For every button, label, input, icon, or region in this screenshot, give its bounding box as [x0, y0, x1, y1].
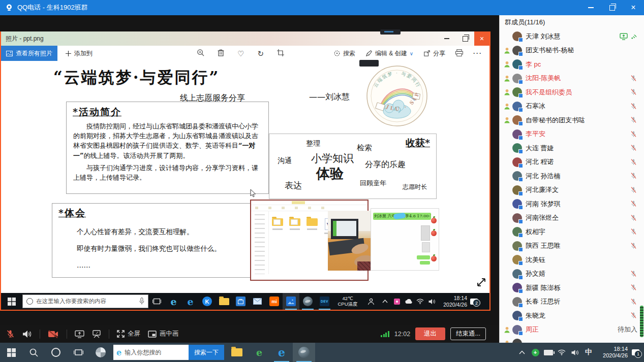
member-row[interactable]: 河北廉泽文 [500, 183, 644, 198]
taskbar-search-input[interactable]: 在这里输入你要搜索的内容 [22, 294, 148, 308]
member-row[interactable]: 石寒冰 [500, 100, 644, 114]
add-to-button[interactable]: 添加到 [66, 49, 93, 58]
pinwheel-app-icon[interactable] [89, 343, 112, 362]
speaker-icon[interactable] [426, 293, 438, 310]
chevron-up-icon[interactable] [379, 293, 391, 310]
start-button[interactable] [1, 293, 22, 310]
search-now-button[interactable]: 搜索一下 [189, 345, 224, 360]
battery-icon[interactable] [542, 343, 555, 362]
member-row[interactable]: 孙文婧 [500, 267, 644, 281]
wifi-icon[interactable] [556, 343, 568, 362]
file-explorer-icon[interactable] [216, 293, 232, 310]
action-center-icon[interactable]: 2 [467, 293, 480, 310]
member-row[interactable]: 沈美钰 [500, 253, 644, 267]
cpu-temp-widget[interactable]: 42℃CPU温度 [333, 296, 362, 307]
dev-app-icon[interactable]: DEV [316, 293, 333, 310]
antivirus-tray-icon[interactable]: + [529, 343, 541, 362]
mic-icon[interactable] [139, 298, 144, 306]
rotate-icon[interactable]: ↻ [257, 50, 264, 57]
member-row[interactable]: 团支书秘书-杨秘 [500, 44, 644, 58]
speaker-button[interactable] [22, 330, 32, 338]
mic-muted-button[interactable] [6, 330, 15, 338]
photos-app-icon[interactable] [283, 293, 299, 310]
search-button[interactable]: 搜索 [333, 49, 355, 58]
scrollbar-thumb[interactable] [640, 306, 643, 337]
member-row[interactable]: 河北 孙浩楠 [500, 169, 644, 183]
zoom-icon[interactable] [197, 49, 204, 58]
start-button[interactable] [0, 343, 22, 362]
member-row[interactable]: 河南 张梦琪 [500, 197, 644, 211]
qq-app-icon[interactable] [299, 293, 316, 310]
store-icon[interactable] [232, 293, 249, 310]
search-icon[interactable] [22, 343, 45, 362]
share-button[interactable]: 分享 [423, 49, 445, 58]
task-view-icon[interactable] [67, 343, 89, 362]
pip-button[interactable]: 画中画 [148, 330, 179, 338]
expand-view-button[interactable] [474, 275, 488, 289]
system-clock[interactable]: 18:142020/4/26 [596, 346, 628, 359]
member-row[interactable]: 长春 汪思圻 [500, 295, 644, 309]
tray-app-icon[interactable] [391, 293, 403, 310]
crop-icon[interactable] [277, 49, 284, 58]
k-app-icon[interactable]: K [199, 293, 216, 310]
qq-app-icon[interactable] [293, 343, 315, 362]
photos-close-button[interactable]: × [474, 31, 489, 46]
member-row[interactable]: 李平安 [500, 127, 644, 142]
onedrive-icon[interactable] [403, 293, 414, 310]
member-row[interactable]: 李 pc [500, 57, 644, 72]
wifi-icon[interactable] [414, 293, 426, 310]
member-row[interactable]: 河北 程诺 [500, 155, 644, 170]
edit-create-button[interactable]: 编辑 & 创建 ∨ [365, 49, 413, 58]
mi-icon[interactable]: mi [266, 293, 283, 310]
browser-search-widget[interactable]: e 输入你想搜的 搜索一下 [113, 345, 224, 360]
shared-clock[interactable]: 18:142020/4/26 [438, 295, 467, 308]
task-view-icon[interactable] [148, 293, 165, 310]
member-row[interactable]: 新疆 陈澎栎 [500, 281, 644, 295]
restore-button[interactable] [601, 0, 623, 15]
member-row[interactable]: 大连 曹婕 [500, 141, 644, 155]
member-row[interactable]: 权相宇 [500, 225, 644, 239]
ime-indicator[interactable]: 中 [582, 348, 595, 357]
close-button[interactable]: × [623, 0, 644, 15]
mail-icon[interactable] [249, 293, 266, 310]
see-more-button[interactable]: ··· [473, 50, 482, 57]
cortana-icon[interactable] [45, 343, 67, 362]
delete-icon[interactable] [218, 49, 224, 58]
whiteboard-button[interactable] [92, 330, 101, 338]
chevron-up-icon[interactable] [516, 343, 528, 362]
share-toolbar-handle[interactable] [380, 29, 401, 35]
exit-button[interactable]: 退出 [415, 327, 445, 340]
photos-restore-button[interactable] [456, 31, 474, 46]
edge-icon[interactable]: e [270, 343, 293, 362]
avatar [512, 115, 522, 125]
ie-icon[interactable]: e [165, 293, 182, 310]
edge-icon[interactable]: e [182, 293, 199, 310]
file-explorer-icon[interactable] [226, 343, 248, 362]
print-icon[interactable] [455, 49, 463, 58]
green-browser-icon[interactable]: e [248, 343, 270, 362]
speaker-icon[interactable] [569, 343, 581, 362]
photos-minimize-button[interactable] [438, 31, 456, 46]
screen-share-button[interactable] [75, 330, 84, 338]
cloud-word: 分享的乐趣 [365, 159, 406, 170]
end-call-button[interactable]: 结束通... [450, 327, 486, 340]
people-icon[interactable] [362, 293, 379, 310]
member-row[interactable]: 沈阳-陈美帆 [500, 72, 644, 86]
camera-off-button[interactable] [48, 330, 59, 338]
member-row[interactable]: 朱晓龙 [500, 309, 644, 323]
action-center-icon[interactable]: 1 [629, 344, 642, 361]
member-row[interactable]: 陕西 王思唯 [500, 239, 644, 253]
view-all-photos-button[interactable]: 查看所有照片 [1, 46, 57, 61]
share-toolbar-handle-2[interactable] [359, 60, 379, 67]
member-row[interactable]: 我不是组织委员 [500, 85, 644, 100]
in-call-icon [503, 74, 511, 82]
member-name: 河南张煜仝 [526, 213, 559, 222]
fullscreen-button[interactable]: 全屏 [117, 330, 140, 338]
member-row[interactable] [500, 337, 644, 343]
member-row[interactable]: 周正待加入 [500, 323, 644, 337]
member-row[interactable]: 河南张煜仝 [500, 211, 644, 225]
member-row[interactable]: 天津 刘冰慧 [500, 29, 644, 44]
minimize-button[interactable] [580, 0, 601, 15]
favorite-icon[interactable]: ♡ [237, 50, 244, 57]
member-row[interactable]: 自带秘书的团支书哒 [500, 113, 644, 127]
